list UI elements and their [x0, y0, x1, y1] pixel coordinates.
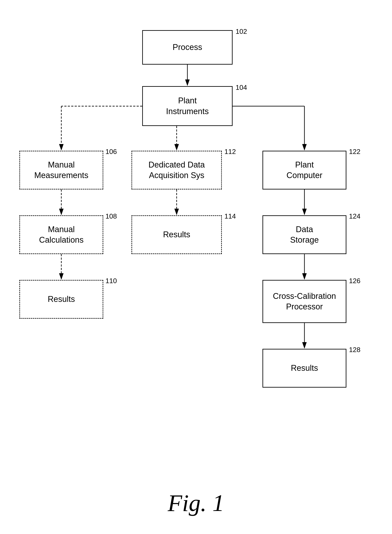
results-manual-box: Results: [19, 280, 103, 319]
dedicated-das-label: Dedicated DataAcquisition Sys: [149, 160, 205, 181]
results-manual-label: Results: [48, 294, 75, 304]
manual-measurements-label: ManualMeasurements: [34, 160, 88, 181]
ref-128: 128: [349, 346, 360, 354]
results-das-box: Results: [131, 215, 222, 254]
data-storage-box: DataStorage: [262, 215, 346, 254]
process-label: Process: [173, 42, 202, 52]
ref-124: 124: [349, 212, 360, 220]
ref-112: 112: [224, 148, 236, 156]
ref-106: 106: [105, 148, 117, 156]
diagram-container: Process 102 PlantInstruments 104 ManualM…: [0, 13, 392, 487]
plant-computer-label: PlantComputer: [287, 160, 322, 181]
results-final-box: Results: [262, 349, 346, 388]
manual-calculations-box: ManualCalculations: [19, 215, 103, 254]
ref-126: 126: [349, 277, 360, 285]
plant-instruments-box: PlantInstruments: [142, 86, 233, 126]
results-final-label: Results: [291, 363, 318, 373]
results-das-label: Results: [163, 229, 190, 240]
ref-102: 102: [236, 28, 247, 36]
cross-calibration-box: Cross-CalibrationProcessor: [262, 280, 346, 323]
process-box: Process: [142, 30, 233, 65]
manual-calculations-label: ManualCalculations: [39, 224, 84, 246]
manual-measurements-box: ManualMeasurements: [19, 151, 103, 189]
ref-114: 114: [224, 212, 236, 220]
data-storage-label: DataStorage: [290, 224, 319, 246]
figure-label: Fig. 1: [168, 489, 224, 517]
ref-122: 122: [349, 148, 360, 156]
plant-instruments-label: PlantInstruments: [166, 95, 209, 117]
dedicated-das-box: Dedicated DataAcquisition Sys: [131, 151, 222, 189]
ref-104: 104: [236, 84, 247, 91]
cross-calibration-label: Cross-CalibrationProcessor: [273, 291, 336, 312]
ref-108: 108: [105, 212, 117, 220]
ref-110: 110: [105, 277, 117, 285]
plant-computer-box: PlantComputer: [262, 151, 346, 189]
